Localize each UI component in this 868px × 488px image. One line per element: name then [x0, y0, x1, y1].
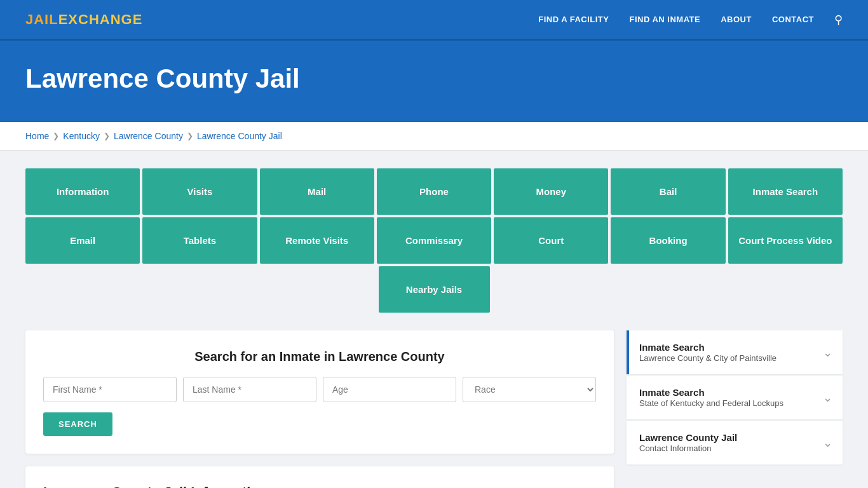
logo-jail: JAIL	[25, 11, 58, 27]
main-nav: FIND A FACILITY FIND AN INMATE ABOUT CON…	[538, 13, 843, 27]
accordion-inmate-local-sub: Lawrence County & City of Paintsville	[639, 353, 776, 363]
breadcrumb-sep-2: ❯	[104, 132, 110, 140]
chevron-down-icon: ⌄	[823, 346, 832, 360]
btn-commissary[interactable]: Commissary	[377, 217, 491, 264]
btn-bail[interactable]: Bail	[611, 168, 725, 215]
accordion-inmate-local-strong: Inmate Search	[639, 342, 776, 353]
accordion-inmate-state-sub: State of Kentucky and Federal Lockups	[639, 398, 783, 408]
site-header: JAILEXCHANGE FIND A FACILITY FIND AN INM…	[0, 0, 868, 41]
accordion-inmate-state-title: Inmate Search State of Kentucky and Fede…	[639, 387, 783, 408]
accordion-contact-sub: Contact Information	[639, 444, 711, 453]
main-content: Information Visits Mail Phone Money Bail…	[0, 151, 868, 488]
btn-money[interactable]: Money	[494, 168, 608, 215]
last-name-input[interactable]	[183, 377, 316, 402]
grid-row-3: Nearby Jails	[25, 266, 843, 313]
nav-contact[interactable]: CONTACT	[772, 15, 814, 24]
nav-find-inmate[interactable]: FIND AN INMATE	[629, 15, 700, 24]
accordion-contact-strong: Lawrence County Jail	[639, 432, 737, 443]
breadcrumb-home[interactable]: Home	[25, 131, 49, 141]
accordion-contact: Lawrence County Jail Contact Information…	[627, 421, 843, 464]
breadcrumb-sep-1: ❯	[53, 132, 59, 140]
info-card: Lawrence County Jail Information	[25, 466, 614, 488]
logo-exchange: EXCHANGE	[58, 11, 143, 27]
search-inputs-row: Race White Black Hispanic Asian Other	[43, 377, 596, 402]
hero-section: Lawrence County Jail	[0, 41, 868, 122]
btn-inmate-search[interactable]: Inmate Search	[728, 168, 843, 215]
btn-court-process-video[interactable]: Court Process Video	[728, 217, 843, 264]
breadcrumb-kentucky[interactable]: Kentucky	[63, 131, 100, 141]
btn-mail[interactable]: Mail	[260, 168, 374, 215]
btn-booking[interactable]: Booking	[611, 217, 725, 264]
accordion-contact-header[interactable]: Lawrence County Jail Contact Information…	[629, 421, 843, 464]
page-title: Lawrence County Jail	[25, 64, 843, 94]
breadcrumb: Home ❯ Kentucky ❯ Lawrence County ❯ Lawr…	[0, 122, 868, 151]
chevron-down-icon-2: ⌄	[823, 391, 832, 405]
info-title: Lawrence County Jail Information	[43, 484, 596, 488]
btn-nearby-jails[interactable]: Nearby Jails	[379, 266, 490, 313]
btn-visits[interactable]: Visits	[142, 168, 257, 215]
btn-tablets[interactable]: Tablets	[142, 217, 257, 264]
search-icon[interactable]: ⚲	[834, 13, 843, 27]
inmate-search-card: Search for an Inmate in Lawrence County …	[25, 330, 614, 454]
search-button[interactable]: SEARCH	[43, 412, 112, 436]
right-column-sidebar: Inmate Search Lawrence County & City of …	[627, 330, 843, 466]
btn-court[interactable]: Court	[494, 217, 608, 264]
first-name-input[interactable]	[43, 377, 177, 402]
age-input[interactable]	[323, 377, 456, 402]
breadcrumb-sep-3: ❯	[187, 132, 193, 140]
grid-row-2: Email Tablets Remote Visits Commissary C…	[25, 217, 843, 264]
nav-find-facility[interactable]: FIND A FACILITY	[538, 15, 609, 24]
accordion-inmate-state-strong: Inmate Search	[639, 387, 783, 398]
accordion-inmate-local-title: Inmate Search Lawrence County & City of …	[639, 342, 776, 363]
grid-row-1: Information Visits Mail Phone Money Bail…	[25, 168, 843, 215]
accordion-contact-title: Lawrence County Jail Contact Information	[639, 432, 737, 453]
accordion-inmate-state: Inmate Search State of Kentucky and Fede…	[627, 376, 843, 419]
inmate-search-title: Search for an Inmate in Lawrence County	[43, 349, 596, 364]
breadcrumb-current: Lawrence County Jail	[197, 131, 282, 141]
site-logo[interactable]: JAILEXCHANGE	[25, 11, 142, 28]
breadcrumb-lawrence-county[interactable]: Lawrence County	[114, 131, 183, 141]
btn-email[interactable]: Email	[25, 217, 140, 264]
chevron-down-icon-3: ⌄	[823, 436, 832, 450]
accordion-inmate-local: Inmate Search Lawrence County & City of …	[627, 330, 843, 374]
race-select[interactable]: Race White Black Hispanic Asian Other	[463, 377, 596, 402]
btn-remote-visits[interactable]: Remote Visits	[260, 217, 374, 264]
nav-about[interactable]: ABOUT	[721, 15, 752, 24]
left-column: Search for an Inmate in Lawrence County …	[25, 330, 614, 488]
accordion-inmate-state-header[interactable]: Inmate Search State of Kentucky and Fede…	[629, 376, 843, 419]
btn-information[interactable]: Information	[25, 168, 140, 215]
accordion-inmate-local-header[interactable]: Inmate Search Lawrence County & City of …	[629, 330, 843, 374]
two-column-layout: Search for an Inmate in Lawrence County …	[25, 330, 843, 488]
btn-phone[interactable]: Phone	[377, 168, 491, 215]
